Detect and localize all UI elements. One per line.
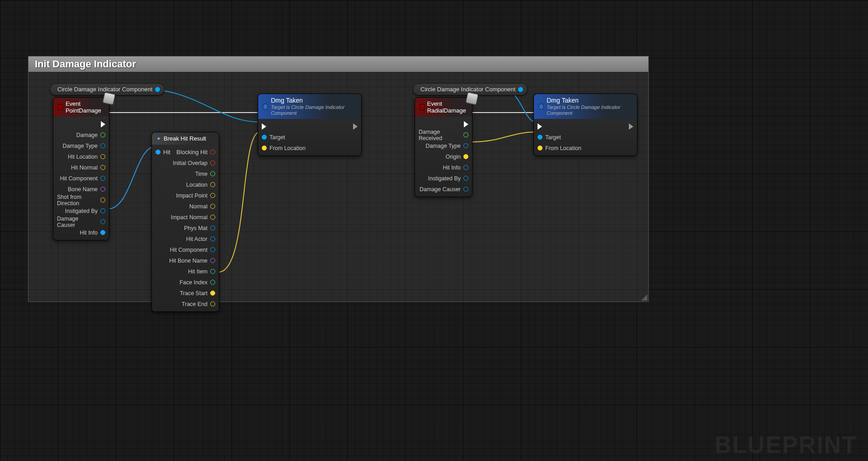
output-pin[interactable] [100,230,105,235]
exec-out-pin[interactable] [629,123,633,130]
pin-label: Impact Normal [171,214,208,221]
node-event-point-damage[interactable]: Event PointDamage Damage Damage Type Hit… [53,97,109,240]
output-pin[interactable] [210,150,215,155]
function-icon [538,103,544,110]
node-dmg-taken-right[interactable]: Dmg Taken Target is Circle Damage Indica… [533,94,637,156]
pin-label: Trace End [182,301,208,307]
pin-label: Time [195,171,208,177]
input-pin[interactable] [538,146,542,151]
output-pin[interactable] [100,187,105,192]
node-header[interactable]: ✦ Break Hit Result [152,132,219,145]
node-title: Dmg Taken [271,97,303,104]
output-pin[interactable] [100,219,105,224]
pin-label: Hit Location [68,154,98,160]
output-pin[interactable] [463,165,468,170]
pin-label: Damage Causer [420,186,461,193]
output-pin[interactable] [210,226,215,230]
output-pin[interactable] [210,247,215,252]
output-pin[interactable] [100,165,105,170]
output-pin[interactable] [210,171,215,176]
node-dmg-taken-left[interactable]: Dmg Taken Target is Circle Damage Indica… [258,94,362,156]
output-pin[interactable] [100,208,105,213]
input-pin[interactable] [538,135,542,140]
pin-label: Damage Received [419,129,461,141]
output-pin[interactable] [210,291,215,296]
exec-in-pin[interactable] [538,123,542,130]
node-title: Event RadialDamage [427,100,467,114]
pin-label: Impact Point [176,193,208,199]
output-pin[interactable] [100,154,105,159]
output-pin[interactable] [210,215,215,220]
output-pin[interactable] [210,280,215,285]
pin-label: Instigated By [65,208,98,214]
reflection-icon [466,92,478,105]
node-break-hit-result[interactable]: ✦ Break Hit Result Hit Blocking Hit Init… [151,132,219,312]
node-header[interactable]: Event RadialDamage [415,98,472,117]
output-pin[interactable] [463,176,468,181]
output-pin[interactable] [100,132,105,137]
pin-label: Origin [446,154,461,160]
node-title: Event PointDamage [66,100,104,114]
node-header[interactable]: Dmg Taken Target is Circle Damage Indica… [258,94,361,119]
output-pin[interactable] [100,198,105,202]
pin-label: Hit Info [80,230,98,236]
watermark: BLUEPRINT [714,431,857,458]
function-icon [263,103,268,110]
output-pin[interactable] [210,204,215,209]
comment-resize-handle[interactable] [641,294,647,301]
output-pin[interactable] [100,176,105,181]
output-pin[interactable] [210,301,215,306]
output-pin[interactable] [210,193,215,198]
pin-label: Damage Type [62,143,98,149]
output-pin[interactable] [210,182,215,187]
input-pin[interactable] [262,135,267,140]
pin-label: Damage [76,132,98,138]
pin-label: Damage Causer [57,216,98,228]
variable-label: Circle Damage Indicator Component [57,86,152,93]
variable-label: Circle Damage Indicator Component [420,86,515,93]
event-icon [420,104,425,110]
output-pin[interactable] [210,258,215,263]
pin-label: Face Index [179,279,208,286]
input-pin[interactable] [156,150,160,155]
output-pin[interactable] [210,236,215,241]
input-pin[interactable] [262,146,267,151]
output-pin[interactable] [463,132,468,137]
exec-out-pin[interactable] [101,121,105,127]
exec-out-pin[interactable] [353,123,358,130]
node-title: Dmg Taken [547,97,579,104]
pin-label: Hit Actor [186,236,208,242]
node-header[interactable]: Event PointDamage [53,98,109,117]
reflection-icon [103,92,115,105]
pin-label: Hit Bone Name [169,258,208,264]
event-icon [58,104,63,110]
pin-label: Normal [189,203,208,210]
node-subtitle: Target is Circle Damage Indicator Compon… [547,104,632,116]
pin-label: Instigated By [428,175,461,182]
node-title: Break Hit Result [164,135,206,142]
exec-in-pin[interactable] [262,123,266,130]
node-subtitle: Target is Circle Damage Indicator Compon… [271,104,357,116]
exec-out-pin[interactable] [464,121,468,127]
node-header[interactable]: Dmg Taken Target is Circle Damage Indica… [534,94,637,119]
pin-label: Hit [163,149,170,155]
pin-label: Trace Start [180,290,208,296]
output-pin[interactable] [463,187,468,192]
output-pin[interactable] [100,143,105,148]
pin-label: From Location [269,145,306,151]
pin-label: Location [186,182,208,188]
pin-label: Damage Type [425,143,461,149]
pin-label: Target [269,134,285,141]
output-pin[interactable] [210,160,215,165]
pin-label: Hit Component [170,247,208,253]
output-pin[interactable] [518,87,523,92]
output-pin[interactable] [155,87,160,92]
output-pin[interactable] [210,269,215,274]
output-pin[interactable] [463,154,468,159]
comment-title[interactable]: Init Damage Indicator [28,56,648,72]
pin-label: Bone Name [68,186,98,193]
pin-label: Target [545,134,561,141]
node-event-radial-damage[interactable]: Event RadialDamage Damage Received Damag… [415,97,472,197]
output-pin[interactable] [463,143,468,148]
struct-icon: ✦ [156,136,161,142]
